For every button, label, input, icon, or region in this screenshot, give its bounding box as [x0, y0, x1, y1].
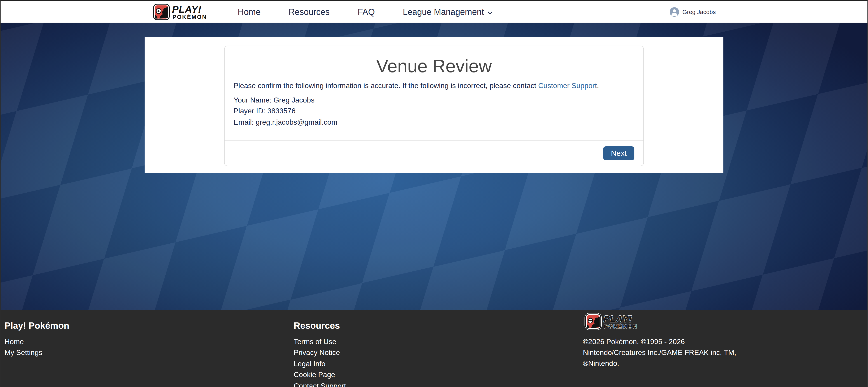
user-menu[interactable]: Greg Jacobs [670, 7, 716, 17]
main-area: Venue Review Please confirm the followin… [0, 23, 868, 310]
nav-item-league-management[interactable]: League Management [403, 7, 493, 17]
player-email-line: Email: greg.r.jacobs@gmail.com [234, 117, 634, 128]
nav-item-home[interactable]: Home [238, 7, 260, 17]
confirmation-text-before: Please confirm the following information… [234, 82, 538, 89]
footer-link-home[interactable]: Home [4, 336, 69, 348]
footer: Play! Pokémon Home My Settings Resources… [0, 310, 868, 387]
brand-logo[interactable]: PLAY! POKÉMON [152, 3, 219, 21]
brand-pokemon-text: POKÉMON [173, 14, 207, 20]
content-panel: Venue Review Please confirm the followin… [145, 37, 723, 173]
nav-container: PLAY! POKÉMON Home Resources FAQ League … [145, 1, 723, 23]
player-info: Your Name: Greg Jacobs Player ID: 383357… [234, 95, 634, 128]
footer-column-play-pokemon: Play! Pokémon Home My Settings [4, 321, 69, 359]
brand-play-text: PLAY! [172, 4, 202, 15]
footer-link-my-settings[interactable]: My Settings [4, 348, 69, 359]
play-pokemon-logo-icon: PLAY! POKÉMON [152, 3, 219, 21]
footer-link-cookie-page[interactable]: Cookie Page [294, 369, 346, 381]
footer-column-legal: PLAY! POKÉMON ©2026 Pokémon. ©1995 - 202… [583, 313, 742, 369]
player-id-line: Player ID: 3833576 [234, 106, 634, 117]
copyright-text: ©2026 Pokémon. ©1995 - 2026 Nintendo/Cre… [583, 336, 742, 369]
player-name-line: Your Name: Greg Jacobs [234, 95, 634, 106]
footer-heading-resources: Resources [294, 321, 346, 331]
card-footer: Next [224, 141, 644, 166]
page-title: Venue Review [234, 55, 634, 77]
user-avatar-icon [670, 7, 679, 17]
footer-link-contact-support[interactable]: Contact Support [294, 381, 346, 387]
footer-link-legal-info[interactable]: Legal Info [294, 359, 346, 369]
footer-heading-play-pokemon: Play! Pokémon [4, 321, 69, 331]
venue-review-card: Venue Review Please confirm the followin… [224, 45, 644, 166]
nav-item-faq[interactable]: FAQ [358, 7, 375, 17]
confirmation-text-after: . [597, 82, 599, 89]
chevron-down-icon [488, 11, 493, 14]
nav-item-league-management-label: League Management [403, 7, 484, 17]
footer-brand-pokemon-text: POKÉMON [604, 323, 638, 329]
nav-item-home-label: Home [238, 7, 260, 17]
footer-brand-play-text: PLAY! [603, 314, 632, 324]
footer-link-terms-of-use[interactable]: Terms of Use [294, 336, 346, 348]
page: PLAY! POKÉMON Home Resources FAQ League … [0, 0, 868, 387]
confirmation-text: Please confirm the following information… [234, 80, 634, 91]
footer-link-privacy-notice[interactable]: Privacy Notice [294, 348, 346, 359]
navbar: PLAY! POKÉMON Home Resources FAQ League … [0, 1, 868, 23]
next-button[interactable]: Next [603, 147, 634, 161]
nav-item-resources-label: Resources [288, 7, 330, 17]
nav-links: Home Resources FAQ League Management [238, 7, 493, 17]
footer-column-resources: Resources Terms of Use Privacy Notice Le… [294, 321, 346, 387]
nav-item-resources[interactable]: Resources [288, 7, 330, 17]
user-name: Greg Jacobs [683, 8, 716, 15]
nav-item-faq-label: FAQ [358, 7, 375, 17]
customer-support-link[interactable]: Customer Support [538, 82, 597, 89]
footer-play-pokemon-logo-icon: PLAY! POKÉMON [583, 313, 651, 330]
venue-review-card-body: Venue Review Please confirm the followin… [224, 46, 644, 141]
